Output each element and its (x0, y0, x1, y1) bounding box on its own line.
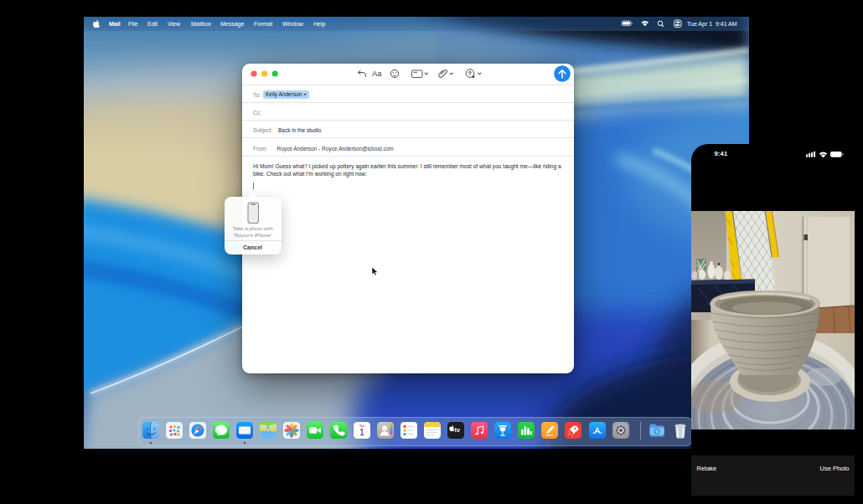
svg-text:1: 1 (359, 427, 364, 437)
svg-text:tv: tv (455, 426, 460, 434)
svg-text:Aa: Aa (372, 69, 382, 78)
